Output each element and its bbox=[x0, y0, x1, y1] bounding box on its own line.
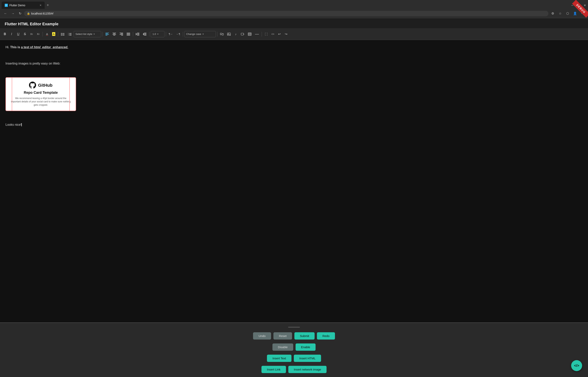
italic-button[interactable]: I bbox=[9, 31, 14, 37]
svg-rect-22 bbox=[120, 34, 123, 35]
align-justify-button[interactable] bbox=[125, 31, 132, 37]
indent-button[interactable] bbox=[135, 31, 141, 37]
line-height-label: 1.0 bbox=[152, 33, 156, 35]
align-left-button[interactable] bbox=[104, 31, 110, 37]
align-center-button[interactable] bbox=[111, 31, 117, 37]
underline-button[interactable]: U bbox=[15, 31, 21, 37]
svg-rect-3 bbox=[62, 34, 65, 35]
insert-html-button[interactable]: Insert HTML bbox=[294, 355, 321, 362]
svg-rect-23 bbox=[121, 35, 123, 35]
text-inserting-images: Inserting images is pretty easy on Web: bbox=[5, 62, 60, 65]
superscript-button[interactable]: X2 bbox=[29, 31, 34, 37]
ltr-button[interactable]: ¶→ bbox=[167, 31, 174, 37]
favorites-button[interactable]: ☆ bbox=[557, 10, 563, 17]
subscript-button[interactable]: X2 bbox=[35, 31, 41, 37]
new-tab-button[interactable]: + bbox=[45, 3, 51, 7]
close-tab-button[interactable]: ✕ bbox=[40, 4, 42, 7]
select-list-style-label: Select list style bbox=[76, 33, 92, 35]
separator-2 bbox=[58, 32, 58, 36]
editor-paragraph-3: Inserting images is pretty easy on Web: bbox=[5, 61, 583, 66]
hr-button[interactable]: — bbox=[254, 31, 260, 37]
select-list-style-dropdown[interactable]: Select list style ▾ bbox=[74, 31, 101, 37]
editor-area[interactable]: Hi. This is a test of html_editor_enhanc… bbox=[0, 40, 588, 322]
action-buttons-row2: Disable Enable bbox=[272, 343, 316, 351]
back-button[interactable]: ← bbox=[2, 11, 9, 16]
insert-network-image-button[interactable]: Insert network image bbox=[288, 366, 327, 373]
separator-8 bbox=[217, 32, 217, 36]
ordered-list-button[interactable]: 1. 2. 3. bbox=[67, 31, 73, 37]
submit-button[interactable]: Submit bbox=[294, 332, 315, 340]
svg-rect-11 bbox=[69, 35, 71, 35]
editor-paragraph-4 bbox=[5, 69, 583, 74]
undo-toolbar-button[interactable]: ↩ bbox=[277, 31, 283, 37]
nav-bar: ← → ↻ 🔒 ⚙ ☆ ⬡ 👤 ⋯ bbox=[0, 9, 588, 18]
text-cursor bbox=[21, 123, 22, 126]
change-case-arrow: ▾ bbox=[203, 33, 204, 35]
reload-button[interactable]: ↻ bbox=[17, 11, 23, 16]
action-buttons-row1: Undo Reset Submit Redo bbox=[253, 332, 335, 340]
table-button[interactable] bbox=[247, 31, 253, 37]
redo-button[interactable]: Redo bbox=[317, 332, 335, 340]
tab-bar: F Flutter Demo ✕ + ─ ◻ ✕ bbox=[0, 0, 588, 9]
change-case-label: Change case bbox=[186, 33, 201, 35]
url-input[interactable] bbox=[31, 12, 546, 15]
bold-button[interactable]: B bbox=[2, 31, 8, 37]
insert-text-button[interactable]: Insert Text bbox=[267, 355, 292, 362]
undo-button[interactable]: Undo bbox=[253, 332, 271, 340]
svg-rect-24 bbox=[127, 33, 130, 33]
code-view-button[interactable]: <> bbox=[270, 31, 276, 37]
outdent-button[interactable] bbox=[142, 31, 148, 37]
address-bar[interactable]: 🔒 bbox=[24, 11, 548, 16]
text-this-is: This is bbox=[10, 46, 21, 49]
svg-marker-41 bbox=[243, 34, 244, 35]
text-looks-nice: Looks nice! bbox=[5, 123, 21, 126]
separator-5 bbox=[149, 32, 149, 36]
editor-paragraph-2 bbox=[5, 53, 583, 58]
audio-button[interactable]: ♪ bbox=[233, 31, 239, 37]
action-buttons-row4: Insert Link Insert network image bbox=[261, 366, 327, 373]
link-button[interactable] bbox=[219, 31, 225, 37]
insert-link-button[interactable]: Insert Link bbox=[261, 366, 286, 373]
image-button[interactable] bbox=[226, 31, 232, 37]
align-right-button[interactable] bbox=[118, 31, 124, 37]
svg-rect-16 bbox=[113, 33, 116, 33]
svg-rect-14 bbox=[105, 34, 109, 35]
svg-text:3.: 3. bbox=[68, 35, 69, 36]
svg-marker-37 bbox=[143, 33, 144, 35]
resize-handle[interactable] bbox=[288, 327, 300, 328]
profile-button[interactable]: 👤 bbox=[572, 10, 578, 17]
extensions-button[interactable]: ⚙ bbox=[550, 10, 556, 17]
fab-code-button[interactable]: </> bbox=[571, 360, 582, 371]
github-logo: GitHub bbox=[29, 82, 52, 89]
enable-button[interactable]: Enable bbox=[295, 343, 316, 351]
disable-button[interactable]: Disable bbox=[272, 343, 293, 351]
change-case-dropdown[interactable]: Change case ▾ bbox=[184, 31, 216, 37]
rtl-button[interactable]: ←¶ bbox=[175, 31, 181, 37]
active-tab[interactable]: F Flutter Demo ✕ bbox=[1, 1, 45, 9]
svg-rect-19 bbox=[113, 35, 115, 35]
tab-title: Flutter Demo bbox=[9, 4, 38, 7]
svg-rect-17 bbox=[113, 34, 115, 34]
svg-rect-13 bbox=[105, 34, 108, 34]
svg-point-4 bbox=[61, 35, 62, 36]
reset-button[interactable]: Reset bbox=[273, 332, 292, 340]
bottom-panel: Undo Reset Submit Redo Disable Enable In… bbox=[0, 322, 588, 377]
forward-button[interactable]: → bbox=[10, 11, 16, 16]
svg-rect-12 bbox=[105, 33, 109, 33]
wallet-button[interactable]: ⬡ bbox=[565, 10, 571, 17]
svg-point-2 bbox=[61, 34, 62, 35]
bg-color-button[interactable]: A bbox=[51, 31, 57, 37]
font-color-button[interactable]: A bbox=[44, 31, 50, 37]
svg-rect-30 bbox=[137, 34, 139, 35]
video-button[interactable] bbox=[239, 31, 246, 37]
line-height-dropdown[interactable]: 1.0 ▾ bbox=[151, 31, 164, 37]
line-height-arrow: ▾ bbox=[157, 33, 158, 35]
strikethrough-button[interactable]: S bbox=[22, 31, 28, 37]
unordered-list-button[interactable] bbox=[60, 31, 66, 37]
app-header: Flutter HTML Editor Example bbox=[0, 18, 588, 28]
text-html-editor: html_editor_enhanced. bbox=[34, 46, 68, 49]
fullscreen-button[interactable]: ⛶ bbox=[263, 31, 269, 37]
svg-point-0 bbox=[61, 33, 62, 34]
redo-toolbar-button[interactable]: ↪ bbox=[283, 31, 289, 37]
svg-rect-34 bbox=[144, 34, 147, 34]
